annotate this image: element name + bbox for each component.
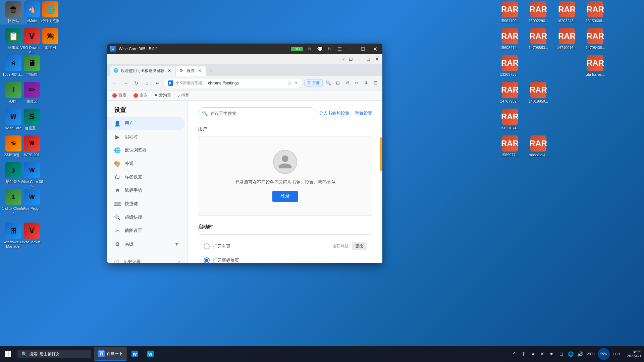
- nav-forward-btn[interactable]: →: [121, 78, 130, 88]
- nav-screenshot-btn[interactable]: ✂: [352, 79, 361, 87]
- wc-message-btn[interactable]: 💬: [316, 45, 323, 53]
- nav-reload-btn[interactable]: ↻: [131, 78, 141, 88]
- rar-icon-5[interactable]: RAR 15603414...: [496, 27, 523, 51]
- tray-ime[interactable]: 中: [520, 350, 528, 358]
- svg-text:K: K: [169, 81, 172, 85]
- address-bar[interactable]: K 小K极速浏览器 › ☆ ▾: [164, 78, 303, 88]
- desktop-icon-wiseprog[interactable]: W Wise Progr...: [18, 188, 45, 212]
- rar-icon-8[interactable]: RAR 14708408...: [582, 27, 609, 51]
- desktop-icon-vsodl[interactable]: V vso_down: [18, 221, 45, 246]
- new-tab-button[interactable]: +: [206, 66, 216, 76]
- rar-icon-2[interactable]: RAR 16092296...: [525, 0, 552, 24]
- rar-icon-13[interactable]: RAR 1589977...: [496, 134, 523, 159]
- browser-minimize-btn[interactable]: ─: [356, 56, 364, 62]
- import-bookmarks-btn[interactable]: 导入书签和设置: [319, 110, 350, 116]
- gta-icon[interactable]: RAR gta-lcs-ps...: [582, 54, 609, 78]
- tray-chevron[interactable]: ^: [510, 350, 518, 358]
- rar-icon-6[interactable]: RAR 14708883...: [525, 27, 552, 51]
- rar-icon-14[interactable]: RAR mashina-j...: [525, 134, 552, 159]
- browser-max-btn[interactable]: □: [364, 56, 372, 62]
- nav-item-shortcuts[interactable]: ⌨ 快捷键: [107, 197, 185, 210]
- nav-item-tabs[interactable]: 🗂 标签设置: [107, 170, 185, 184]
- rar-icon-12[interactable]: RAR 15821874...: [496, 107, 523, 132]
- rar-icon-3[interactable]: RAR 16203243...: [553, 0, 580, 24]
- nav-item-user[interactable]: 👤 用户: [107, 117, 185, 130]
- tray-network[interactable]: 🌐: [567, 350, 575, 358]
- rar-icon-9[interactable]: RAR 13263753...: [496, 54, 523, 78]
- wisecare-app-icon: W: [110, 46, 116, 52]
- tray-x[interactable]: ✕: [538, 350, 546, 358]
- nav-item-advanced[interactable]: ⚙ 高级 ▾: [107, 237, 185, 251]
- wc-minimize-btn[interactable]: ─: [346, 46, 356, 52]
- cpu-indicator[interactable]: 55%: [598, 348, 610, 360]
- login-button[interactable]: 登录: [272, 191, 298, 202]
- address-dropdown[interactable]: ▾: [295, 81, 297, 85]
- nav-apps-btn[interactable]: ⊞: [333, 79, 342, 87]
- nav-rotate-btn[interactable]: ↺: [343, 79, 352, 87]
- nav-home-btn[interactable]: ⌂: [142, 78, 152, 88]
- start-button[interactable]: [0, 346, 16, 362]
- rar-icon-10[interactable]: RAR 14767962...: [496, 80, 523, 105]
- rar-icon-11[interactable]: RAR 14819959...: [525, 80, 552, 105]
- nav-item-appearance[interactable]: 🎨 外观: [107, 157, 185, 170]
- tab-close-settings[interactable]: ✕: [197, 68, 202, 73]
- wc-refresh-btn[interactable]: ↻: [326, 45, 333, 53]
- nav-back2-btn[interactable]: ↩: [153, 78, 162, 88]
- address-star[interactable]: ☆: [287, 80, 292, 86]
- desktop-icon-supedup[interactable]: S 速度重...: [18, 107, 45, 132]
- pcbang-icon: 🖥: [24, 55, 40, 71]
- nav-item-supersearch[interactable]: 🔍 超级快搜: [107, 210, 185, 224]
- reset-settings-btn[interactable]: 重置设置: [355, 110, 372, 116]
- nav-item-startup[interactable]: ▶ 启动时: [107, 130, 185, 143]
- tab-close-welcome[interactable]: ✕: [167, 68, 172, 73]
- wc-list-btn[interactable]: ☰: [336, 45, 343, 53]
- nav-item-mouse[interactable]: 🖱 鼠标手势: [107, 184, 185, 197]
- rar-icon-1[interactable]: RAR 15961190...: [496, 0, 523, 24]
- settings-search-input[interactable]: [198, 107, 316, 119]
- startup-radio-1[interactable]: [204, 243, 210, 249]
- browser-tab-settings[interactable]: ⚙ 设置 ✕: [176, 66, 206, 76]
- desktop-icon-xiugai[interactable]: ✏ 修改艺: [18, 80, 45, 105]
- tray-square[interactable]: □: [557, 350, 565, 358]
- rar-icon-4[interactable]: RAR 16150608...: [582, 0, 609, 24]
- bookmark-douyin[interactable]: ♪ 抖音: [176, 92, 191, 99]
- startup-radio-2[interactable]: [204, 257, 210, 263]
- nav-history[interactable]: 🕐 历史记录 ↗: [107, 256, 187, 263]
- desktop-icon-wisecare3[interactable]: W Wise Care 365: [18, 161, 45, 190]
- browser-restore-btn[interactable]: ⊡: [347, 56, 355, 62]
- desktop-icon-taobao[interactable]: 淘 淘宝网: [37, 27, 64, 51]
- wiseprog-label: Wise Progr...: [21, 206, 43, 211]
- nav-download-btn[interactable]: ⬇: [362, 79, 370, 87]
- desktop-icon-ningning[interactable]: 🌐 柠柠浏览器: [37, 0, 64, 24]
- nav-item-default-browser[interactable]: 🌐 默认浏览器: [107, 143, 185, 157]
- desktop-icon-pcbang[interactable]: 🖥 电脑帮: [18, 54, 45, 78]
- rar-icon-7[interactable]: RAR 14710016...: [553, 27, 580, 51]
- nav-item-screenshot[interactable]: ✂ 截图设置: [107, 224, 185, 237]
- wc-email-btn[interactable]: ✉: [306, 45, 313, 53]
- startup-change-btn[interactable]: 更改: [352, 242, 367, 250]
- taskbar-search[interactable]: 🔍: [17, 350, 91, 358]
- browser-close-btn[interactable]: ✕: [373, 56, 381, 62]
- baidu-search-btn[interactable]: 百 百度: [304, 79, 323, 87]
- wc-close-btn[interactable]: ✕: [370, 46, 380, 52]
- wc-maximize-btn[interactable]: □: [358, 46, 368, 52]
- taskbar-item-wisecare[interactable]: W: [127, 347, 142, 361]
- tray-circle[interactable]: ●: [529, 350, 537, 358]
- address-input[interactable]: [208, 81, 285, 85]
- taskbar-clock[interactable]: 18:29 2022/6/1: [624, 349, 644, 359]
- browser-tab-welcome[interactable]: 🌐 欢迎使用 小K极速浏览器 ✕: [110, 66, 175, 76]
- taskbar-items: 百 百度一下 W W: [93, 347, 302, 361]
- taskbar-item-baidu[interactable]: 百 百度一下: [94, 347, 127, 361]
- nav-back-btn[interactable]: ←: [110, 78, 119, 88]
- taskbar-search-input[interactable]: [29, 352, 83, 356]
- tray-sound[interactable]: 🔊: [576, 350, 584, 358]
- bookmark-jd[interactable]: 🔴 京东: [131, 92, 150, 99]
- bookmark-aetaobao[interactable]: ❤ 爱淘宝: [152, 92, 173, 99]
- tray-pen[interactable]: ✒: [548, 350, 556, 358]
- desktop-icon-wps[interactable]: W WPS 201: [18, 134, 45, 159]
- bookmark-baidu[interactable]: 🔴 百度: [110, 92, 128, 99]
- nav-extensions-btn[interactable]: 🔍: [324, 79, 333, 87]
- taskbar-item-wise2[interactable]: W: [143, 347, 158, 361]
- nav-menu-btn[interactable]: ☰: [371, 79, 380, 87]
- nav-screenshot-settings-label: 截图设置: [125, 228, 142, 234]
